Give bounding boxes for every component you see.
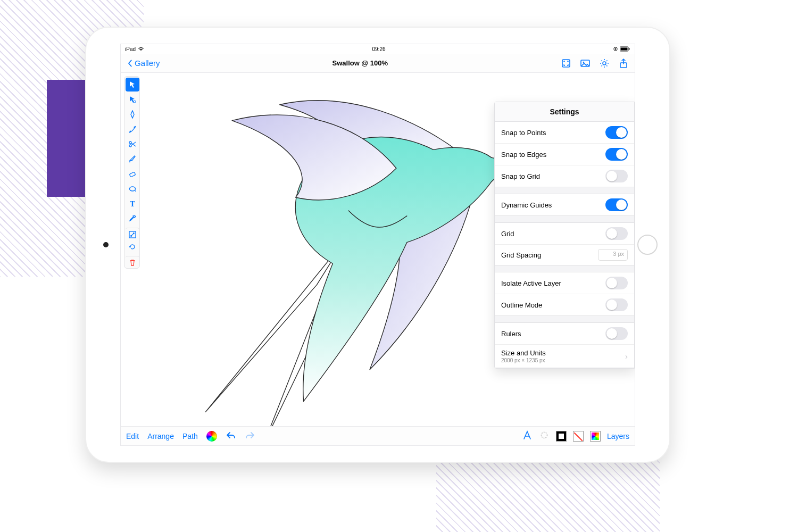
back-label: Gallery <box>135 59 160 68</box>
toggle[interactable] <box>605 227 628 240</box>
app-topbar: Gallery Swallow @ 100% <box>121 54 635 73</box>
app-bottombar: Edit Arrange Path Layers <box>121 426 635 445</box>
svg-rect-3 <box>620 48 627 51</box>
shadow-icon <box>539 430 550 440</box>
svg-rect-5 <box>562 60 570 67</box>
settings-row-label: Isolate Active Layer <box>501 279 561 287</box>
settings-row-label: Size and Units2000 px × 1235 px <box>501 349 546 363</box>
settings-row-snap-to-edges[interactable]: Snap to Edges <box>495 143 634 165</box>
ios-status-bar: iPad 09:26 <box>121 44 635 54</box>
status-time: 09:26 <box>372 46 385 52</box>
settings-row-outline-mode[interactable]: Outline Mode <box>495 294 634 315</box>
battery-icon <box>620 46 630 52</box>
layers-button[interactable]: Layers <box>607 432 629 440</box>
settings-row-isolate-active-layer[interactable]: Isolate Active Layer <box>495 272 634 294</box>
toggle[interactable] <box>605 327 628 340</box>
chevron-left-icon <box>126 60 134 67</box>
svg-point-18 <box>541 433 547 438</box>
settings-row-label: Grid Spacing <box>501 251 541 259</box>
toggle[interactable] <box>605 298 628 311</box>
text-style-button[interactable] <box>522 430 533 442</box>
settings-row-size-and-units[interactable]: Size and Units2000 px × 1235 px› <box>495 344 634 368</box>
settings-popover: Settings Snap to PointsSnap to EdgesSnap… <box>494 102 635 369</box>
chevron-right-icon: › <box>625 352 628 361</box>
svg-rect-1 <box>615 48 616 49</box>
wifi-icon <box>138 46 144 52</box>
text-a-icon <box>522 430 533 440</box>
settings-button[interactable] <box>598 57 610 69</box>
gear-icon <box>599 58 610 69</box>
image-icon <box>580 58 591 69</box>
svg-point-7 <box>583 61 585 63</box>
undo-icon <box>226 431 236 439</box>
back-to-gallery-button[interactable]: Gallery <box>126 59 160 68</box>
svg-point-8 <box>603 62 606 65</box>
settings-row-label: Dynamic Guides <box>501 201 552 209</box>
settings-row-snap-to-grid[interactable]: Snap to Grid <box>495 165 634 187</box>
fill-swatch[interactable] <box>556 431 567 442</box>
settings-row-label: Snap to Points <box>501 129 546 137</box>
app-screen: iPad 09:26 Gallery Swallow @ 100% <box>120 44 635 446</box>
toggle[interactable] <box>605 126 628 139</box>
toggle[interactable] <box>605 277 628 289</box>
fullscreen-icon <box>561 58 571 69</box>
fullscreen-button[interactable] <box>560 57 572 69</box>
arrange-menu-button[interactable]: Arrange <box>147 432 174 440</box>
shadow-button[interactable] <box>539 430 550 442</box>
redo-icon <box>245 431 255 439</box>
settings-row-grid-spacing: Grid Spacing3 px <box>495 244 634 265</box>
settings-title: Settings <box>495 102 634 122</box>
redo-button[interactable] <box>245 431 255 441</box>
color-wheel-button[interactable] <box>206 431 217 442</box>
document-title: Swallow @ 100% <box>332 59 388 67</box>
settings-row-label: Outline Mode <box>501 301 542 309</box>
value-field[interactable]: 3 px <box>598 249 628 261</box>
orientation-lock-icon <box>613 46 618 52</box>
settings-row-label: Grid <box>501 230 514 238</box>
edit-menu-button[interactable]: Edit <box>126 432 139 440</box>
settings-row-label: Rulers <box>501 330 521 338</box>
image-button[interactable] <box>579 57 591 69</box>
settings-row-snap-to-points[interactable]: Snap to Points <box>495 122 634 143</box>
undo-button[interactable] <box>226 431 236 441</box>
share-icon <box>618 58 629 69</box>
settings-row-grid[interactable]: Grid <box>495 223 634 244</box>
ipad-camera <box>103 242 109 247</box>
settings-row-label: Snap to Grid <box>501 172 540 180</box>
status-device-label: iPad <box>125 46 136 52</box>
settings-row-rulers[interactable]: Rulers <box>495 323 634 344</box>
ipad-frame: iPad 09:26 Gallery Swallow @ 100% <box>85 27 670 463</box>
settings-row-dynamic-guides[interactable]: Dynamic Guides <box>495 194 634 215</box>
share-button[interactable] <box>618 57 629 69</box>
canvas-area[interactable]: T <box>121 73 635 426</box>
toggle[interactable] <box>605 148 628 161</box>
stroke-swatch[interactable] <box>573 431 584 442</box>
toggle[interactable] <box>605 170 628 182</box>
path-menu-button[interactable]: Path <box>182 432 198 440</box>
ipad-home-button[interactable] <box>637 235 658 255</box>
swap-swatch[interactable] <box>590 431 601 442</box>
settings-row-label: Snap to Edges <box>501 151 546 159</box>
svg-rect-4 <box>629 48 630 50</box>
toggle[interactable] <box>605 198 628 211</box>
